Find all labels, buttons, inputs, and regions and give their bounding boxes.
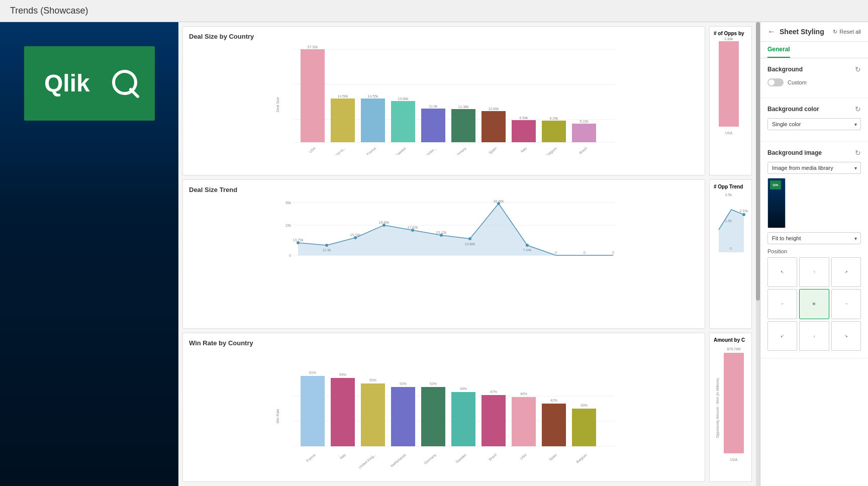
fit-dropdown[interactable]: Fit to height	[767, 232, 861, 244]
svg-point-68	[742, 213, 745, 216]
svg-rect-79	[331, 378, 355, 446]
page-title: Trends (Showcase)	[10, 6, 88, 16]
svg-text:53%: 53%	[430, 382, 437, 385]
panel-header-left: ← Sheet Styling	[767, 27, 824, 36]
svg-text:39%: 39%	[581, 404, 588, 407]
svg-text:12.9k: 12.9k	[322, 248, 331, 252]
svg-rect-89	[481, 395, 506, 446]
svg-text:Spain: Spain	[488, 146, 498, 155]
main-scrollbar[interactable]	[756, 22, 760, 486]
custom-label: Custom	[788, 79, 807, 85]
svg-rect-85	[421, 387, 445, 446]
svg-text:USA: USA	[309, 146, 317, 154]
pos-bot-right[interactable]: ↘	[831, 321, 861, 351]
bg-color-section: Background color ↻ Single color	[760, 98, 868, 142]
bg-color-header: Background color ↻	[767, 105, 861, 113]
svg-text:10.69k: 10.69k	[488, 107, 499, 111]
svg-text:Italy: Italy	[339, 453, 347, 460]
svg-text:7.44k: 7.44k	[523, 248, 532, 252]
svg-rect-18	[451, 109, 475, 142]
svg-text:Brazil: Brazil	[488, 453, 497, 461]
opps-partial-svg: 2.88k USA	[714, 36, 749, 137]
svg-rect-10	[331, 99, 355, 142]
svg-rect-108	[724, 353, 744, 453]
svg-text:46%: 46%	[520, 392, 527, 396]
win-rate-title: Win Rate by Country	[189, 339, 699, 347]
background-section-header: Background ↻	[767, 65, 861, 73]
svg-text:19.66k: 19.66k	[378, 221, 390, 224]
background-section-title: Background	[767, 66, 803, 73]
bg-image-section: Background image ↻ Image from media libr…	[760, 142, 868, 358]
svg-text:Qlik: Qlik	[44, 70, 90, 96]
custom-toggle[interactable]	[767, 78, 784, 86]
svg-text:USA: USA	[520, 453, 528, 460]
pos-bot-center[interactable]: ↓	[799, 321, 829, 351]
reset-all-label: Reset all	[839, 29, 861, 35]
svg-rect-24	[542, 121, 566, 142]
bg-image-preview: Qlik	[767, 178, 786, 228]
opps-partial-chart: # of Opps by 2.88k USA	[709, 26, 752, 175]
amount-partial-title: Amount by C	[714, 337, 747, 343]
tab-general[interactable]: General	[767, 42, 790, 58]
svg-text:14.56k: 14.56k	[337, 94, 348, 98]
opp-trend-partial: # Opp Trend 2.31k 3.5k 1.5k 0	[709, 179, 752, 329]
svg-point-55	[526, 244, 529, 247]
pos-top-right[interactable]: ↗	[831, 257, 861, 287]
svg-text:Brazil: Brazil	[578, 146, 588, 155]
pos-mid-center[interactable]: ⊕	[799, 289, 829, 319]
opps-partial-title: # of Opps by	[714, 31, 747, 36]
svg-rect-87	[451, 392, 475, 446]
svg-rect-26	[572, 124, 596, 142]
bg-color-dropdown-wrapper: Single color	[767, 118, 861, 130]
svg-text:6.35k: 6.35k	[549, 117, 558, 120]
svg-text:$78.78M: $78.78M	[727, 347, 740, 351]
bg-image-reset-icon[interactable]: ↻	[855, 149, 861, 157]
pos-mid-right[interactable]: →	[831, 289, 861, 319]
svg-text:2.31k: 2.31k	[739, 209, 748, 213]
svg-text:59%: 59%	[339, 373, 346, 376]
pos-top-left[interactable]: ↖	[767, 257, 797, 287]
right-panel: ← Sheet Styling ↻ Reset all General Back…	[760, 22, 868, 486]
svg-text:Spain: Spain	[548, 453, 558, 462]
svg-rect-95	[572, 409, 596, 446]
reset-all-button[interactable]: ↻ Reset all	[833, 29, 861, 35]
position-label: Position	[767, 248, 861, 254]
bg-image-preview-text: Qlik	[773, 183, 778, 186]
svg-rect-16	[421, 109, 445, 142]
scroll-thumb[interactable]	[756, 22, 760, 301]
panel-title: Sheet Styling	[780, 28, 824, 36]
qlik-logo-box: Qlik	[24, 46, 155, 121]
win-rate-content: Win Rate 61% 59% 55% 53%	[189, 351, 699, 475]
svg-text:47%: 47%	[490, 390, 497, 394]
chart-row-1: Deal Size by Country Deal Size	[182, 26, 752, 175]
svg-text:53%: 53%	[400, 382, 407, 385]
bg-image-dropdown[interactable]: Image from media library	[767, 162, 861, 174]
svg-rect-14	[391, 101, 415, 142]
svg-text:0: 0	[612, 251, 614, 254]
svg-text:France: France	[306, 453, 316, 462]
svg-text:11.38k: 11.38k	[458, 105, 469, 109]
svg-text:13.79k: 13.79k	[293, 238, 304, 242]
amount-svg: Opportunity Amount - Won (in Millions) $…	[714, 343, 749, 463]
dashboard: Qlik Deal Size by Country	[0, 22, 868, 486]
svg-text:Sweden: Sweden	[395, 146, 407, 155]
svg-text:6.58k: 6.58k	[519, 116, 528, 120]
background-reset-icon[interactable]: ↻	[855, 65, 861, 73]
svg-text:Sweden: Sweden	[455, 453, 467, 464]
position-grid: ↖ ↑ ↗ ← ⊕ → ↙ ↓ ↘	[767, 257, 861, 351]
bg-color-dropdown[interactable]: Single color	[767, 118, 861, 130]
svg-rect-12	[361, 99, 385, 142]
bg-image-title: Background image	[767, 149, 822, 156]
chart-row-2: Deal Size Trend 35k 15k 0	[182, 179, 752, 329]
back-arrow-icon[interactable]: ←	[767, 27, 776, 36]
deal-size-svg: Deal Size 27.32k 14.56k 14.55k	[189, 44, 699, 155]
pos-top-center[interactable]: ↑	[799, 257, 829, 287]
deal-trend-title: Deal Size Trend	[189, 186, 699, 193]
svg-point-53	[468, 237, 471, 240]
svg-text:0: 0	[584, 251, 586, 254]
svg-text:13.88k: 13.88k	[464, 242, 475, 246]
pos-bot-left[interactable]: ↙	[767, 321, 797, 351]
svg-text:49%: 49%	[460, 387, 467, 391]
pos-mid-left[interactable]: ←	[767, 289, 797, 319]
bg-color-reset-icon[interactable]: ↻	[855, 105, 861, 113]
